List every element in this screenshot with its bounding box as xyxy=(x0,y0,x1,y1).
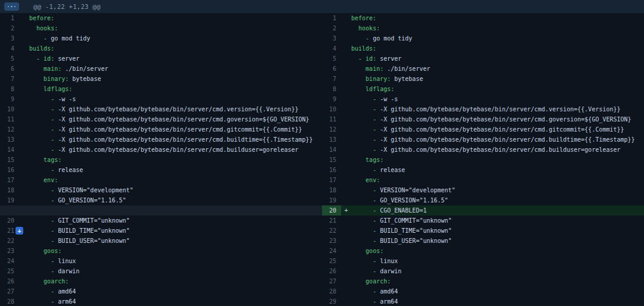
line-marker xyxy=(341,64,351,74)
line-marker xyxy=(341,104,351,114)
line-number[interactable]: 7 xyxy=(322,74,341,84)
line-number[interactable]: 22 xyxy=(322,226,341,236)
line-number[interactable]: 22 xyxy=(0,236,19,246)
line-number[interactable]: 17 xyxy=(0,175,19,185)
diff-row: 27 - amd64 xyxy=(0,286,322,296)
line-number[interactable]: 6 xyxy=(322,64,341,74)
diff-row: 9 - -w -s xyxy=(0,94,322,104)
line-number[interactable]: 25 xyxy=(0,266,19,276)
line-number[interactable]: 11 xyxy=(322,114,341,124)
line-number[interactable]: 24 xyxy=(0,256,19,266)
line-number[interactable]: 6 xyxy=(0,64,19,74)
line-number[interactable]: 25 xyxy=(322,256,341,266)
line-marker xyxy=(19,114,29,124)
line-marker xyxy=(341,226,351,236)
line-marker xyxy=(19,54,29,64)
add-comment-button[interactable]: + xyxy=(16,227,23,235)
line-marker xyxy=(19,296,29,306)
line-number[interactable]: 21 xyxy=(322,216,341,226)
line-number[interactable]: 20 xyxy=(0,216,19,226)
diff-row: 18 - VERSION="development" xyxy=(322,185,644,195)
line-number[interactable]: 1 xyxy=(0,13,19,23)
code-line: builds: xyxy=(351,43,644,54)
line-number[interactable]: 12 xyxy=(0,124,19,135)
line-number[interactable]: 5 xyxy=(0,54,19,64)
line-number[interactable]: 8 xyxy=(322,84,341,94)
line-marker xyxy=(341,286,351,296)
line-number[interactable]: 5 xyxy=(322,54,341,64)
line-marker xyxy=(19,266,29,276)
code-line: before: xyxy=(29,13,322,23)
line-number[interactable]: 23 xyxy=(322,236,341,246)
diff-row: 20 - GIT_COMMIT="unknown" xyxy=(0,216,322,226)
diff-row: 8 ldflags: xyxy=(322,84,644,94)
line-number[interactable]: 28 xyxy=(322,286,341,296)
code-line: - -X github.com/bytebase/bytebase/bin/se… xyxy=(351,135,644,145)
line-number[interactable]: 3 xyxy=(322,33,341,43)
line-number[interactable]: 26 xyxy=(0,276,19,286)
line-number[interactable]: 27 xyxy=(322,276,341,286)
line-number[interactable]: 13 xyxy=(0,135,19,145)
code-line: main: ./bin/server xyxy=(29,64,322,74)
line-number[interactable]: 20 xyxy=(322,205,341,216)
line-number[interactable]: 14 xyxy=(0,145,19,155)
code-line: - release xyxy=(351,165,644,175)
line-number[interactable]: 2 xyxy=(322,23,341,33)
line-number[interactable]: 1 xyxy=(322,13,341,23)
code-line: - release xyxy=(29,165,322,175)
code-line: - id: server xyxy=(351,54,644,64)
diff-row: 4builds: xyxy=(0,43,322,54)
diff-row: 12 - -X github.com/bytebase/bytebase/bin… xyxy=(0,124,322,135)
line-number[interactable]: 26 xyxy=(322,266,341,276)
line-number[interactable]: 15 xyxy=(0,155,19,165)
diff-row: 24 goos: xyxy=(322,246,644,256)
line-number[interactable]: 18 xyxy=(0,185,19,195)
line-number[interactable]: 15 xyxy=(322,155,341,165)
line-number[interactable]: 9 xyxy=(322,94,341,104)
code-line: - go mod tidy xyxy=(29,33,322,43)
line-number[interactable]: 28 xyxy=(0,296,19,306)
line-number[interactable]: 9 xyxy=(0,94,19,104)
line-number[interactable]: 23 xyxy=(0,246,19,256)
diff-row: 13 - -X github.com/bytebase/bytebase/bin… xyxy=(322,135,644,145)
line-number[interactable]: 11 xyxy=(0,114,19,124)
line-number[interactable]: 10 xyxy=(322,104,341,114)
line-number[interactable]: 19 xyxy=(0,195,19,205)
diff-row: 14 - -X github.com/bytebase/bytebase/bin… xyxy=(322,145,644,155)
line-number[interactable]: 7 xyxy=(0,74,19,84)
diff-row: 9 - -w -s xyxy=(322,94,644,104)
line-number[interactable]: 24 xyxy=(322,246,341,256)
line-number[interactable]: 12 xyxy=(322,124,341,135)
diff-row: 6 main: ./bin/server xyxy=(322,64,644,74)
expand-hunk-button[interactable] xyxy=(4,2,19,11)
line-number[interactable]: 16 xyxy=(322,165,341,175)
line-number[interactable]: 3 xyxy=(0,33,19,43)
code-line: binary: bytebase xyxy=(351,74,644,84)
diff-row: 7 binary: bytebase xyxy=(322,74,644,84)
line-marker xyxy=(19,33,29,43)
code-line: - GO_VERSION="1.16.5" xyxy=(351,195,644,205)
line-marker xyxy=(19,195,29,205)
code-line: - -X github.com/bytebase/bytebase/bin/se… xyxy=(29,114,322,124)
line-number[interactable]: 10 xyxy=(0,104,19,114)
line-marker xyxy=(19,165,29,175)
line-number[interactable]: 2 xyxy=(0,23,19,33)
line-number[interactable]: 18 xyxy=(322,185,341,195)
line-number[interactable]: 27 xyxy=(0,286,19,296)
diff-row: 10 - -X github.com/bytebase/bytebase/bin… xyxy=(0,104,322,114)
code-line: tags: xyxy=(351,155,644,165)
line-number[interactable]: 4 xyxy=(0,43,19,54)
code-line: goos: xyxy=(351,246,644,256)
line-number[interactable]: 14 xyxy=(322,145,341,155)
diff-row: 16 - release xyxy=(322,165,644,175)
line-number[interactable]: 13 xyxy=(322,135,341,145)
line-number[interactable]: 19 xyxy=(322,195,341,205)
line-number[interactable]: 4 xyxy=(322,43,341,54)
line-number[interactable]: 17 xyxy=(322,175,341,185)
code-line: - amd64 xyxy=(29,286,322,296)
diff-row: 10 - -X github.com/bytebase/bytebase/bin… xyxy=(322,104,644,114)
line-number[interactable]: 16 xyxy=(0,165,19,175)
line-number[interactable]: 29 xyxy=(322,296,341,306)
line-number[interactable]: 8 xyxy=(0,84,19,94)
code-line: - linux xyxy=(29,256,322,266)
